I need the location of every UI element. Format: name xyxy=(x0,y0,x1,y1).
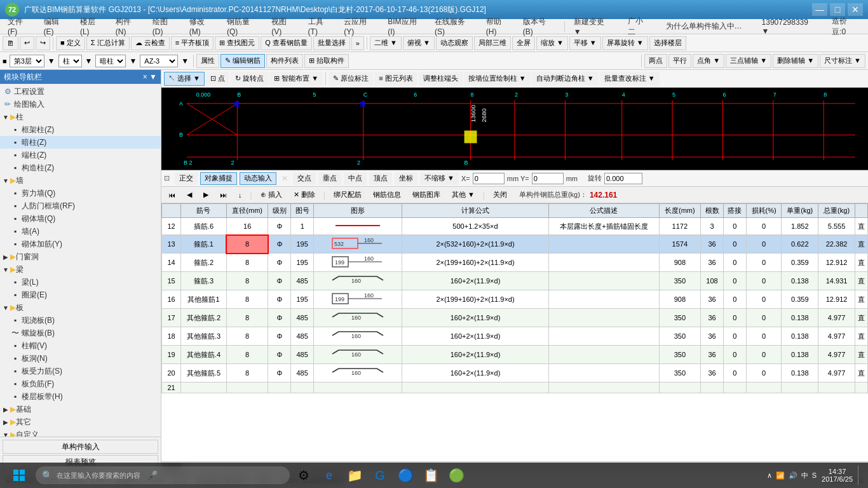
x-input[interactable] xyxy=(473,173,505,184)
table-cell[interactable]: 0 xyxy=(723,364,746,383)
prev-record-btn[interactable]: ◀ xyxy=(182,189,196,201)
table-cell[interactable]: 12.912 xyxy=(818,254,855,272)
edit-rebar-btn[interactable]: ✎ 编辑钢筋 xyxy=(220,54,265,68)
table-cell[interactable] xyxy=(549,309,659,327)
calc-btn[interactable]: Σ 汇总计算 xyxy=(86,36,130,50)
table-cell[interactable] xyxy=(818,383,855,393)
table-cell[interactable]: Φ xyxy=(268,346,291,364)
menu-help[interactable]: 帮助(H) xyxy=(481,15,517,37)
insert-btn[interactable]: ⊕ 插入 xyxy=(256,189,287,201)
table-cell[interactable]: 本层露出长度+插筋锚固长度 xyxy=(549,218,659,235)
nav-frame-column[interactable]: ▪ 框架柱(Z) xyxy=(0,123,161,136)
table-cell[interactable]: Φ xyxy=(268,364,291,383)
table-cell[interactable]: 160 xyxy=(314,364,402,383)
table-cell[interactable] xyxy=(549,235,659,254)
table-cell[interactable]: 4.977 xyxy=(818,327,855,346)
2d-btn[interactable]: 二维 ▼ xyxy=(370,36,402,50)
table-cell[interactable]: 0.138 xyxy=(782,272,818,290)
table-cell[interactable]: 350 xyxy=(659,327,701,346)
menu-points[interactable]: 造价豆:0 xyxy=(827,15,865,39)
select-tool-btn[interactable]: ↖ 选择 ▼ xyxy=(164,72,205,86)
table-cell[interactable]: 8 xyxy=(226,327,268,346)
table-row[interactable]: 19其他箍筋.48Φ485 160 160+2×(11.9×d)35036000… xyxy=(162,346,868,364)
table-cell[interactable]: 14.931 xyxy=(818,272,855,290)
table-cell[interactable] xyxy=(314,383,402,393)
nav-foundation-folder[interactable]: ▶ ▶ 基础 xyxy=(0,403,161,416)
table-row[interactable]: 20其他箍筋.58Φ485 160 160+2×(11.9×d)35036000… xyxy=(162,364,868,383)
table-cell[interactable]: 2×(199+160)+2×(11.9×d) xyxy=(402,290,548,309)
screen-rotate-btn[interactable]: 屏幕旋转 ▼ xyxy=(602,36,648,50)
table-cell[interactable]: 直 xyxy=(855,272,868,290)
tray-show-desktop[interactable] xyxy=(858,466,863,485)
table-cell[interactable]: 108 xyxy=(701,272,724,290)
menu-version[interactable]: 版本号(B) xyxy=(518,15,560,37)
extract-component-btn[interactable]: ⊞ 抬取构件 xyxy=(304,54,349,68)
taskbar-app5[interactable]: 🔵 xyxy=(394,464,417,487)
first-record-btn[interactable]: ⏮ xyxy=(164,189,180,201)
table-cell[interactable]: 0 xyxy=(723,218,746,235)
column-type-select[interactable]: 暗柱 xyxy=(95,55,126,67)
table-cell[interactable] xyxy=(226,383,268,393)
table-cell[interactable]: 8 xyxy=(226,235,268,254)
table-cell[interactable]: 36 xyxy=(701,254,724,272)
table-cell[interactable]: 8 xyxy=(226,254,268,272)
table-cell[interactable]: 直 xyxy=(855,346,868,364)
table-cell[interactable]: 36 xyxy=(701,346,724,364)
column-id-select[interactable]: AZ-3 xyxy=(140,55,178,67)
table-cell[interactable]: 直 xyxy=(855,235,868,254)
table-cell[interactable] xyxy=(701,383,724,393)
two-point-btn[interactable]: 两点 xyxy=(644,54,667,68)
more-btn[interactable]: » xyxy=(351,36,364,50)
table-cell[interactable]: Φ xyxy=(268,290,291,309)
bind-dim-btn[interactable]: 绑尺配筋 xyxy=(329,189,366,201)
nav-end-column[interactable]: ▪ 端柱(Z) xyxy=(0,149,161,161)
local-3d-btn[interactable]: 局部三维 xyxy=(474,36,511,50)
table-cell[interactable]: 350 xyxy=(659,346,701,364)
table-cell[interactable]: 160+2×(11.9×d) xyxy=(402,309,548,327)
menu-why[interactable]: 为什么单构件输入中参... xyxy=(661,20,752,33)
nav-wall-folder[interactable]: ▼ ▶ 墙 xyxy=(0,174,161,187)
perp-btn[interactable]: 垂点 xyxy=(318,172,341,185)
rotate-point-btn[interactable]: ↻ 旋转点 xyxy=(231,72,268,86)
table-cell[interactable]: 8 xyxy=(226,272,268,290)
level-plate-btn[interactable]: ≡ 平齐板顶 xyxy=(171,36,214,50)
table-cell[interactable]: 36 xyxy=(701,235,724,254)
table-cell[interactable]: 160+2×(11.9×d) xyxy=(402,346,548,364)
table-cell[interactable]: 5.555 xyxy=(818,218,855,235)
menu-rebar[interactable]: 钢筋量(Q) xyxy=(222,15,265,37)
taskbar-app7[interactable]: 🟢 xyxy=(445,464,468,487)
table-cell[interactable]: 160 xyxy=(314,346,402,364)
nav-shear-wall[interactable]: ▪ 剪力墙(Q) xyxy=(0,187,161,200)
table-cell[interactable]: 160+2×(11.9×d) xyxy=(402,272,548,290)
table-cell[interactable]: Φ xyxy=(268,309,291,327)
table-cell[interactable]: 195 xyxy=(291,235,314,254)
menu-tools[interactable]: 工具(T) xyxy=(303,15,338,37)
point-tool-btn[interactable]: ⊡ 点 xyxy=(206,72,229,86)
menu-online[interactable]: 在线服务(S) xyxy=(430,15,480,37)
adjust-col-end-btn[interactable]: 调整柱端头 xyxy=(419,72,463,86)
menu-new-change[interactable]: 新建变更 ▼ xyxy=(569,15,618,37)
table-cell[interactable]: 0 xyxy=(723,290,746,309)
nav-beam-l[interactable]: ▪ 梁(L) xyxy=(0,276,161,288)
view-rebar-btn[interactable]: Q 查看钢筋量 xyxy=(261,36,312,50)
table-cell[interactable]: 160 xyxy=(314,272,402,290)
menu-bim[interactable]: BIM应用(I) xyxy=(383,15,428,37)
in-situ-note-btn[interactable]: ✎ 原位标注 xyxy=(329,72,373,86)
undo-btn[interactable]: ↩ xyxy=(20,36,34,50)
menu-modify[interactable]: 修改(M) xyxy=(184,15,220,37)
batch-select-btn[interactable]: 批量选择 xyxy=(313,36,350,50)
nav-struct-column[interactable]: ▪ 构造柱(Z) xyxy=(0,161,161,174)
table-cell[interactable]: 0 xyxy=(723,235,746,254)
table-cell[interactable]: Φ xyxy=(268,235,291,254)
draw-by-wall-btn[interactable]: 按墙位置绘制柱 ▼ xyxy=(464,72,531,86)
nav-project-settings[interactable]: ⚙ 工程设置 xyxy=(0,85,161,98)
nav-door-window-folder[interactable]: ▶ ▶ 门窗洞 xyxy=(0,250,161,263)
table-cell[interactable] xyxy=(549,346,659,364)
next-record-btn[interactable]: ▶ xyxy=(199,189,213,201)
table-cell[interactable]: 500+1.2×35×d xyxy=(402,218,548,235)
nav-ring-beam[interactable]: ▪ 圈梁(E) xyxy=(0,288,161,301)
table-cell[interactable] xyxy=(659,383,701,393)
taskbar-app3[interactable]: 📁 xyxy=(343,464,366,487)
redo-btn[interactable]: ↪ xyxy=(36,36,50,50)
no-stretch-btn[interactable]: 不缩移 ▼ xyxy=(420,172,459,185)
